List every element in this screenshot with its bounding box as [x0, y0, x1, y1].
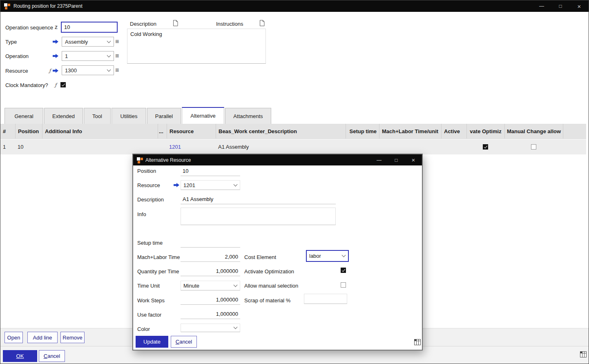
- dialog-setup-time-label: Setup time: [137, 240, 163, 246]
- formula-icon: ƒ: [55, 82, 56, 88]
- operation-sequence-label: Operation sequence: [5, 25, 53, 31]
- header-manual-change[interactable]: Manual Change allow: [504, 124, 563, 138]
- clock-mandatory-checkbox[interactable]: [60, 82, 66, 87]
- minimize-button[interactable]: —: [532, 0, 551, 12]
- dialog-description-input[interactable]: [181, 194, 336, 204]
- work-steps-input[interactable]: [181, 295, 240, 305]
- scrap-of-material-label: Scrap of material %: [244, 297, 290, 304]
- grid-settings-icon[interactable]: [580, 351, 587, 357]
- use-factor-input[interactable]: [181, 309, 240, 319]
- tab-parallel[interactable]: Parallel: [147, 108, 181, 124]
- maximize-button[interactable]: □: [551, 0, 570, 12]
- time-unit-dropdown[interactable]: Minute: [181, 281, 240, 290]
- allow-manual-selection-checkbox[interactable]: [341, 282, 346, 288]
- row-work-center: A1 Assembly: [216, 139, 346, 154]
- activate-optimization-label: Activate Optimization: [244, 268, 294, 275]
- dialog-minimize-button[interactable]: —: [370, 154, 388, 165]
- alternative-resource-dialog: Alternative Resource — □ × Position Reso…: [132, 154, 423, 351]
- operation-list-icon[interactable]: ≡: [115, 53, 119, 59]
- tab-utilities[interactable]: Utilities: [112, 108, 146, 124]
- header-more[interactable]: ...: [158, 124, 167, 138]
- link-arrow-icon[interactable]: [53, 54, 58, 58]
- type-label: Type: [5, 39, 17, 45]
- color-label: Color: [137, 326, 150, 332]
- header-num[interactable]: #: [0, 124, 15, 138]
- activate-optimization-checkbox[interactable]: [341, 268, 346, 273]
- dialog-resource-label: Resource: [137, 182, 160, 188]
- cancel-button[interactable]: Cancel: [39, 350, 65, 362]
- position-input[interactable]: [181, 166, 240, 176]
- color-dropdown[interactable]: [181, 324, 240, 332]
- remove-button[interactable]: Remove: [60, 332, 85, 343]
- resource-list-icon[interactable]: ≡: [115, 67, 119, 74]
- formula-icon: ƒ: [49, 68, 51, 74]
- dialog-maximize-button[interactable]: □: [388, 154, 405, 165]
- header-additional-info[interactable]: Additional Info: [42, 124, 158, 138]
- header-resource[interactable]: Resource: [167, 124, 216, 138]
- header-active[interactable]: Active: [441, 124, 466, 138]
- chevron-down-icon: [107, 53, 111, 57]
- update-button[interactable]: Update: [136, 336, 168, 348]
- resource-dropdown[interactable]: 1300: [62, 65, 114, 75]
- tab-alternative[interactable]: Alternative: [182, 107, 224, 124]
- cost-element-dropdown[interactable]: labor: [306, 250, 349, 262]
- operation-sequence-input[interactable]: [61, 22, 118, 33]
- operation-dropdown[interactable]: 1: [62, 51, 114, 61]
- link-arrow-icon[interactable]: [174, 183, 179, 188]
- close-icon: ×: [412, 156, 415, 163]
- chevron-down-icon: [234, 325, 238, 329]
- description-textarea[interactable]: Cold Working: [127, 29, 266, 64]
- row-activate-optimization-checkbox[interactable]: [483, 144, 488, 150]
- row-resource-link[interactable]: 1201: [169, 144, 181, 150]
- tab-general[interactable]: General: [4, 108, 43, 124]
- row-num: 1: [0, 139, 15, 154]
- minimize-icon: —: [539, 3, 544, 9]
- row-active: [441, 139, 466, 154]
- minimize-icon: —: [377, 157, 382, 163]
- resource-value: 1300: [65, 67, 105, 74]
- position-label: Position: [137, 168, 156, 174]
- beas-logo-icon: [137, 157, 142, 163]
- beas-logo-icon: [4, 3, 10, 9]
- maximize-icon: □: [395, 157, 397, 163]
- dialog-cancel-button[interactable]: Cancel: [171, 336, 197, 348]
- instructions-label: Instructions: [216, 21, 243, 27]
- work-steps-label: Work Steps: [137, 297, 165, 304]
- open-button[interactable]: Open: [4, 332, 23, 343]
- description-label: Description: [130, 21, 156, 27]
- scrap-of-material-input[interactable]: [304, 294, 347, 304]
- tab-tool[interactable]: Tool: [84, 108, 111, 124]
- dialog-titlebar: Alternative Resource — □ ×: [133, 154, 422, 165]
- header-setup-time[interactable]: Setup time: [346, 124, 379, 138]
- window-title: Routing position for 2375Parent: [13, 3, 83, 9]
- link-arrow-icon[interactable]: [53, 68, 58, 73]
- header-mach-labor[interactable]: Mach+Labor Time/unit: [379, 124, 441, 138]
- dialog-close-button[interactable]: ×: [405, 154, 422, 165]
- type-dropdown[interactable]: Assembly: [62, 37, 114, 47]
- tab-attachments[interactable]: Attachments: [225, 108, 271, 124]
- header-position[interactable]: Position: [15, 124, 42, 138]
- row-manual-change-checkbox[interactable]: [531, 144, 536, 150]
- tab-extended[interactable]: Extended: [44, 108, 83, 124]
- cost-element-value: labor: [309, 253, 340, 259]
- header-activate-optimization[interactable]: vate Optimiz: [466, 124, 504, 138]
- dialog-resource-dropdown[interactable]: 1201: [181, 180, 240, 190]
- allow-manual-selection-label: Allow manual selection: [244, 283, 298, 289]
- link-arrow-icon[interactable]: [53, 39, 58, 44]
- close-button[interactable]: ×: [570, 0, 589, 12]
- table-row[interactable]: 1 10 1201 A1 Assembly: [0, 139, 586, 154]
- type-list-icon[interactable]: ≡: [115, 38, 119, 45]
- ok-button[interactable]: OK: [3, 350, 37, 362]
- grid-settings-icon[interactable]: [414, 339, 421, 345]
- document-icon[interactable]: [173, 20, 178, 26]
- mach-labor-time-input[interactable]: [181, 252, 240, 262]
- resource-label: Resource: [5, 68, 28, 74]
- setup-time-input[interactable]: [181, 238, 240, 248]
- add-line-button[interactable]: Add line: [27, 332, 58, 343]
- quantity-per-time-input[interactable]: [181, 266, 240, 276]
- document-icon[interactable]: [259, 20, 265, 26]
- header-work-center[interactable]: Beas_Work center_Description: [216, 124, 346, 138]
- info-textarea[interactable]: [181, 208, 336, 225]
- chevron-down-icon: [342, 253, 346, 257]
- close-icon: ×: [578, 3, 581, 10]
